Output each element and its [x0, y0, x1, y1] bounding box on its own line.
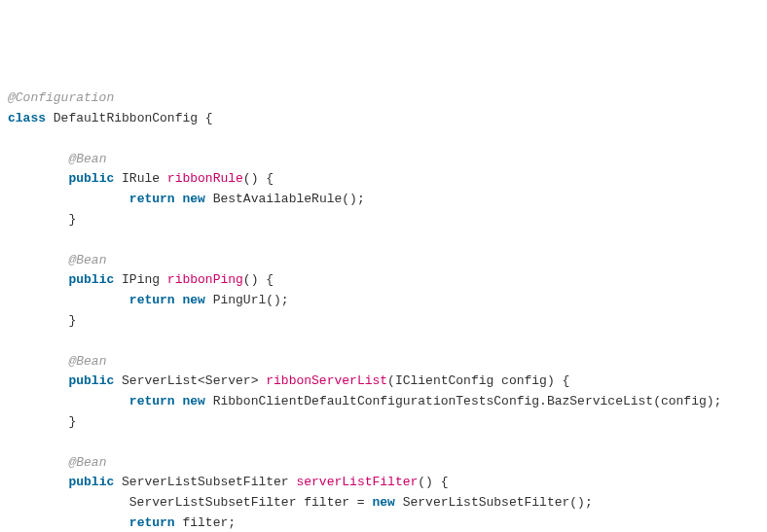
code-token-method: ribbonPing: [167, 272, 243, 287]
code-token-plain: [8, 354, 68, 369]
code-token-keyword: return: [129, 192, 175, 206]
code-token-keyword: return: [129, 293, 175, 307]
code-token-keyword: return: [129, 394, 175, 408]
code-token-method: serverListFilter: [296, 475, 418, 489]
code-token-keyword: public: [68, 475, 114, 489]
code-token-plain: [8, 373, 68, 388]
code-token-annotation: @Bean: [68, 455, 106, 470]
code-token-annotation: @Bean: [68, 253, 106, 267]
code-token-new-kw: new: [182, 394, 204, 408]
code-token-method: ribbonServerList: [266, 373, 387, 388]
code-token-plain: [8, 272, 68, 287]
code-token-plain: DefaultRibbonConfig {: [46, 111, 213, 125]
code-block: @Configuration class DefaultRibbonConfig…: [8, 89, 759, 532]
code-token-annotation: @Bean: [68, 354, 106, 369]
code-token-plain: IRule: [114, 171, 167, 186]
code-token-plain: [8, 475, 68, 489]
code-token-new-kw: new: [182, 192, 204, 206]
code-token-plain: ServerListSubsetFilter: [114, 475, 296, 489]
code-token-plain: IPing: [114, 272, 167, 287]
code-token-annotation: @Bean: [68, 152, 106, 166]
code-token-plain: [8, 171, 68, 186]
code-token-keyword: return: [129, 515, 175, 530]
code-token-plain: [8, 253, 68, 267]
code-token-keyword: class: [8, 111, 46, 125]
code-token-keyword: public: [68, 272, 114, 287]
code-token-new-kw: new: [372, 495, 394, 510]
code-token-plain: [8, 152, 68, 166]
code-token-plain: ServerList<Server>: [114, 373, 266, 388]
code-token-keyword: public: [68, 171, 114, 186]
code-token-new-kw: new: [182, 293, 204, 307]
code-token-annotation: @Configuration: [8, 90, 114, 105]
code-token-method: ribbonRule: [167, 171, 243, 186]
code-token-keyword: public: [68, 373, 114, 388]
code-token-plain: [8, 455, 68, 470]
